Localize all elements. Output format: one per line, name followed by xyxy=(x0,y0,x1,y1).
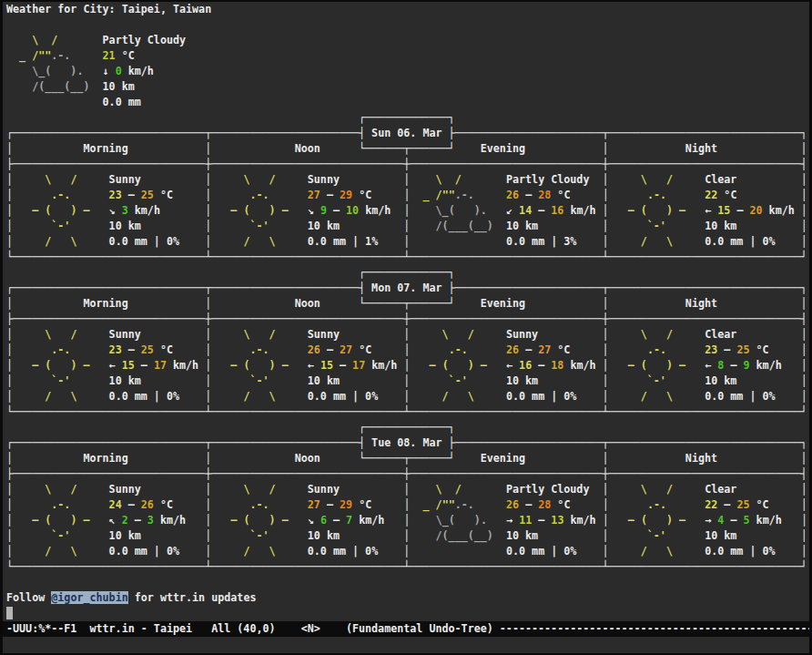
day-2-date: Mon 07. Mar xyxy=(371,281,442,294)
day-1-content-line: │ – ( ) – ↘ 3 km/h │ – ( ) – ↘ 9 – 10 km… xyxy=(3,203,809,219)
day-2-content-line: │ .-. 23 – 25 °C │ .-. 26 – 27 °C │ .-. … xyxy=(3,343,809,358)
day-1-content-line: │ `-' 10 km │ `-' 10 km │ /(___(__) 10 k… xyxy=(3,219,809,234)
day-3-content-line: │ `-' 10 km │ `-' 10 km │ /(___(__) 10 k… xyxy=(3,528,809,544)
day-1-box-top: ┌─────────────┐ xyxy=(3,110,809,126)
current-conditions-line: \_( ). ↓ 0 km/h xyxy=(3,64,809,79)
day-2-bottom-border: └──────────────────────────────┴────────… xyxy=(3,404,809,420)
day-3-date-line: ┌──────────────────────────────┬────────… xyxy=(3,435,809,451)
current-conditions-line: \ / Partly Cloudy xyxy=(3,33,809,48)
day-3-header-line: │ Morning │ Noon └──────┬──────┘ Evening… xyxy=(3,451,809,466)
day-1-date-line: ┌──────────────────────────────┬────────… xyxy=(3,126,809,141)
day-2-content-line: │ – ( ) – ← 15 – 17 km/h │ – ( ) – ← 15 … xyxy=(3,358,809,374)
day-2-header-line: │ Morning │ Noon └──────┬──────┘ Evening… xyxy=(3,296,809,312)
mode-line: -UUU:%*--F1 wttr.in - Taipei All (40,0) … xyxy=(3,621,809,637)
day-3-content-line: │ – ( ) – ↖ 2 – 3 km/h │ – ( ) – ↘ 6 – 7… xyxy=(3,513,809,528)
terminal-screen: Weather for City: Taipei, Taiwan \ / Par… xyxy=(0,0,812,655)
day-3-date: Tue 08. Mar xyxy=(371,436,442,449)
follow-line: Follow @igor_chubin for wttr.in updates xyxy=(3,590,809,606)
day-1-header-line: │ Morning │ Noon └──────┬──────┘ Evening… xyxy=(3,141,809,157)
day-2-box-top: ┌─────────────┐ xyxy=(3,265,809,281)
minibuffer-line xyxy=(3,637,809,652)
day-1-bottom-border: └──────────────────────────────┴────────… xyxy=(3,250,809,265)
emacs-buffer[interactable]: Weather for City: Taipei, Taiwan \ / Par… xyxy=(3,2,809,653)
day-3-box-top: ┌─────────────┐ xyxy=(3,420,809,435)
current-conditions-line: 0.0 mm xyxy=(3,95,809,110)
day-3-content-line: │ / \ 0.0 mm | 0% │ / \ 0.0 mm | 0% │ 0.… xyxy=(3,544,809,559)
current-conditions-line: /(___(__) 10 km xyxy=(3,79,809,95)
day-3-content-line: │ \ / Sunny │ \ / Sunny │ \ / Partly Clo… xyxy=(3,482,809,497)
day-3-separator-line: ├──────────────────────────────┼────────… xyxy=(3,466,809,482)
day-1-content-line: │ / \ 0.0 mm | 0% │ / \ 0.0 mm | 1% │ 0.… xyxy=(3,234,809,250)
day-3-content-line: │ .-. 24 – 26 °C │ .-. 27 – 29 °C │ _ /"… xyxy=(3,497,809,513)
day-1-separator-line: ├──────────────────────────────┼────────… xyxy=(3,157,809,172)
day-1-date: Sun 06. Mar xyxy=(371,127,442,139)
text-cursor xyxy=(6,607,13,619)
day-2-separator-line: ├──────────────────────────────┼────────… xyxy=(3,312,809,327)
day-2-content-line: │ `-' 10 km │ `-' 10 km │ `-' 10 km │ `-… xyxy=(3,374,809,389)
twitter-handle-link[interactable]: @igor_chubin xyxy=(51,591,127,604)
day-2-content-line: │ / \ 0.0 mm | 0% │ / \ 0.0 mm | 0% │ / … xyxy=(3,389,809,404)
buffer-title: Weather for City: Taipei, Taiwan xyxy=(3,2,809,17)
current-conditions-line: _ /"".-. 21 °C xyxy=(3,48,809,64)
blank-line xyxy=(3,575,809,590)
day-1-content-line: │ .-. 23 – 25 °C │ .-. 27 – 29 °C │ _ /"… xyxy=(3,188,809,203)
day-3-bottom-border: └──────────────────────────────┴────────… xyxy=(3,559,809,575)
day-2-content-line: │ \ / Sunny │ \ / Sunny │ \ / Sunny │ \ … xyxy=(3,327,809,343)
blank-line xyxy=(3,17,809,33)
day-2-date-line: ┌──────────────────────────────┬────────… xyxy=(3,281,809,296)
day-1-content-line: │ \ / Sunny │ \ / Sunny │ \ / Partly Clo… xyxy=(3,172,809,188)
cursor-line xyxy=(3,606,809,621)
